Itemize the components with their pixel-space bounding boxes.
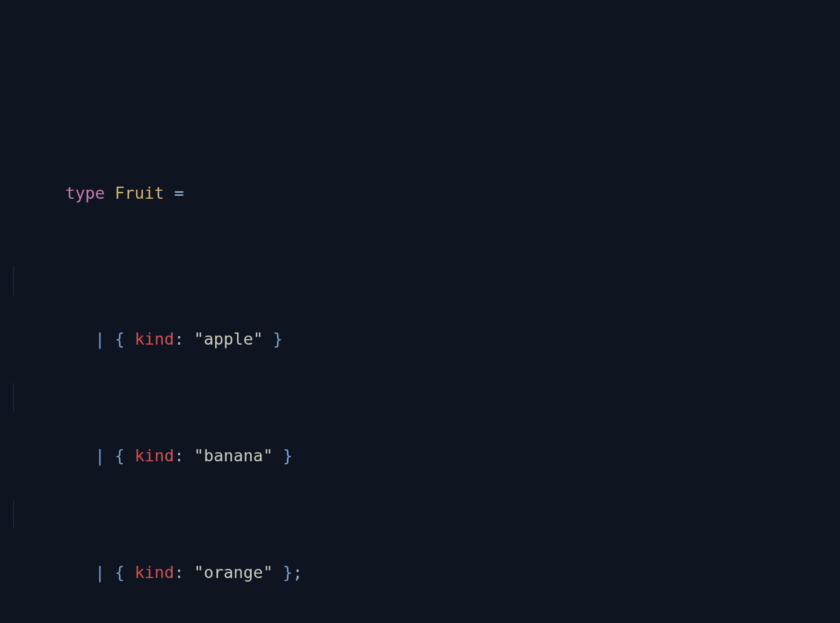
string-literal: "apple" bbox=[194, 329, 263, 348]
colon: : bbox=[174, 329, 184, 348]
code-line[interactable]: type Fruit = bbox=[6, 120, 840, 150]
code-line[interactable]: | { kind: "banana" } bbox=[6, 383, 840, 412]
brace-open: { bbox=[115, 329, 125, 348]
brace-close: } bbox=[273, 329, 283, 348]
brace-close: } bbox=[283, 446, 292, 465]
brace-open: { bbox=[115, 563, 125, 582]
string-literal: "orange" bbox=[194, 563, 273, 582]
code-line[interactable]: | { kind: "apple" } bbox=[6, 266, 840, 295]
string-literal: "banana" bbox=[194, 446, 273, 465]
code-line[interactable]: | { kind: "orange" }; bbox=[6, 500, 840, 529]
operator-equals: = bbox=[174, 184, 184, 202]
union-pipe: | bbox=[95, 563, 105, 582]
brace-close: } bbox=[283, 563, 292, 582]
code-editor[interactable]: type Fruit = | { kind: "apple" } | { kin… bbox=[0, 0, 840, 623]
property-name: kind bbox=[134, 329, 174, 348]
union-pipe: | bbox=[95, 446, 105, 465]
brace-open: { bbox=[115, 446, 125, 465]
union-pipe: | bbox=[95, 329, 105, 348]
property-name: kind bbox=[134, 563, 174, 582]
keyword-type: type bbox=[66, 184, 105, 202]
property-name: kind bbox=[134, 446, 174, 465]
type-name: Fruit bbox=[115, 184, 164, 202]
semicolon: ; bbox=[293, 563, 303, 582]
colon: : bbox=[174, 563, 184, 582]
colon: : bbox=[174, 446, 184, 465]
